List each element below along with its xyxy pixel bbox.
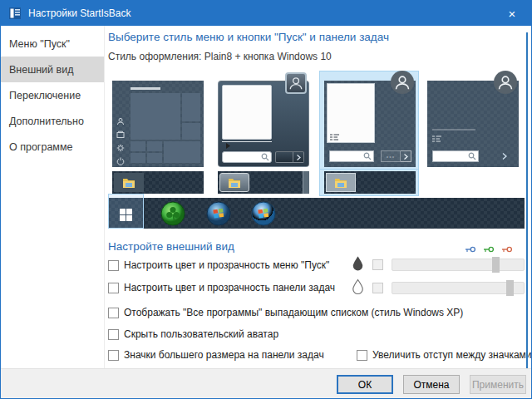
sidebar-item-about[interactable]: О программе xyxy=(1,134,104,160)
user-icon xyxy=(116,117,125,126)
sidebar-item-label: Дополнительно xyxy=(9,116,84,127)
main-panel: Выберите стиль меню и кнопки "Пуск" и па… xyxy=(106,26,530,368)
checkbox-label[interactable]: Увеличить отступ между значками xyxy=(372,349,532,361)
key-blue-icon[interactable] xyxy=(466,245,475,254)
footer-bar: ОК Отмена Применить xyxy=(1,368,531,398)
taskbar-color-checkbox[interactable] xyxy=(108,283,119,293)
documents-icon xyxy=(116,131,125,139)
hide-avatar-checkbox[interactable] xyxy=(108,329,119,340)
droplet-filled-icon xyxy=(351,255,365,272)
checkbox-row-menu-color: Настроить цвет и прозрачность меню "Пуск… xyxy=(108,259,329,271)
ok-button[interactable]: ОК xyxy=(337,375,393,394)
icon-spacing-checkbox[interactable] xyxy=(357,350,367,361)
chevron-right-icon xyxy=(502,153,507,160)
sidebar-item-switching[interactable]: Переключение xyxy=(1,82,104,108)
search-icon xyxy=(363,152,372,160)
apply-button[interactable]: Применить xyxy=(470,375,526,394)
menu-color-checkbox[interactable] xyxy=(108,260,119,271)
power-icon xyxy=(116,157,125,165)
user-avatar-icon xyxy=(494,71,517,94)
start-button-windows10[interactable] xyxy=(108,194,144,229)
start-button-clover[interactable] xyxy=(160,200,186,227)
sidebar-item-advanced[interactable]: Дополнительно xyxy=(1,108,104,134)
close-icon: × xyxy=(509,7,516,21)
cancel-button-label: Отмена xyxy=(413,379,449,391)
sidebar-item-label: О программе xyxy=(9,141,72,153)
checkbox-label[interactable]: Настроить цвет и прозрачность меню "Пуск… xyxy=(124,259,329,271)
taskbar-transparency-slider[interactable] xyxy=(392,282,525,294)
ok-button-label: ОК xyxy=(358,379,372,391)
all-programs-icon xyxy=(330,134,339,141)
show-desktop-preview xyxy=(303,171,309,194)
search-field-preview xyxy=(329,150,374,162)
start-button-classic-orb[interactable] xyxy=(250,200,277,227)
scrollbar[interactable] xyxy=(526,32,528,368)
taskbar-preview-aero xyxy=(218,171,309,194)
taskbar-preview-win10 xyxy=(112,171,204,194)
checkbox-label[interactable]: Скрыть пользовательский аватар xyxy=(124,328,278,340)
checkbox-label[interactable]: Настроить цвет и прозрачность панели зад… xyxy=(124,282,335,293)
checkbox-label[interactable]: Значки большего размера на панели задач xyxy=(124,349,324,361)
sidebar-item-label: Внешний вид xyxy=(9,64,73,76)
classic-orb-icon xyxy=(251,201,276,226)
gear-icon xyxy=(116,144,125,152)
style-preview-windows10[interactable] xyxy=(111,72,204,197)
start-button-win7-orb[interactable] xyxy=(205,200,232,227)
style-preview-aero[interactable] xyxy=(217,72,310,197)
shutdown-button-preview xyxy=(275,151,304,163)
folder-icon xyxy=(334,177,347,188)
folder-icon xyxy=(228,177,241,188)
search-icon xyxy=(261,153,269,161)
style-scheme-value: Plain8 + кнопка Windows 10 xyxy=(204,51,332,62)
droplet-outline-icon xyxy=(351,278,365,295)
sidebar-item-label: Переключение xyxy=(9,90,81,101)
all-programs-icon xyxy=(432,135,441,143)
chevron-right-icon xyxy=(297,155,301,160)
user-avatar-icon xyxy=(391,71,414,94)
style-scheme-line: Стиль оформления: Plain8 + кнопка Window… xyxy=(108,51,332,62)
checkbox-row-all-programs: Отображать "Все программы" выпадающим сп… xyxy=(108,307,463,318)
checkbox-row-large-icons: Значки большего размера на панели задач xyxy=(108,349,324,361)
window-title: Настройки StartIsBack xyxy=(28,7,131,19)
checkbox-row-taskbar-color: Настроить цвет и прозрачность панели зад… xyxy=(108,282,335,293)
clover-orb-icon xyxy=(160,201,185,226)
chevron-right-icon xyxy=(404,154,408,160)
search-field-preview xyxy=(222,151,272,163)
startisback-settings-window: Настройки StartIsBack × Меню "Пуск" Внеш… xyxy=(0,0,532,399)
sidebar-item-start-menu[interactable]: Меню "Пуск" xyxy=(1,31,104,57)
style-preview-plain-selected[interactable]: ••• xyxy=(323,72,416,197)
checkbox-row-icon-spacing: Увеличить отступ между значками xyxy=(357,349,532,361)
menu-color-swatch[interactable] xyxy=(372,259,383,270)
key-green-icon[interactable] xyxy=(484,245,494,254)
shutdown-button-preview: ••• xyxy=(381,150,411,162)
style-scheme-label: Стиль оформления: xyxy=(108,51,201,62)
style-preview-plain8[interactable] xyxy=(426,72,520,197)
folder-icon xyxy=(122,177,135,188)
menu-transparency-slider[interactable] xyxy=(392,259,525,271)
sidebar: Меню "Пуск" Внешний вид Переключение Доп… xyxy=(1,26,105,368)
slider-thumb[interactable] xyxy=(506,280,514,296)
all-programs-checkbox[interactable] xyxy=(108,308,119,318)
start-button-row xyxy=(108,198,525,229)
sidebar-item-label: Меню "Пуск" xyxy=(9,38,70,50)
taskbar-preview-plain xyxy=(324,171,416,194)
search-icon xyxy=(468,152,476,160)
menu-preview-win10 xyxy=(112,81,204,167)
close-button[interactable]: × xyxy=(493,1,531,26)
key-orange-icon[interactable] xyxy=(502,245,512,254)
sidebar-item-appearance[interactable]: Внешний вид xyxy=(1,57,104,82)
all-programs-arrow-icon xyxy=(225,143,230,149)
page-title: Выберите стиль меню и кнопки "Пуск" и па… xyxy=(108,31,389,43)
app-icon xyxy=(8,7,22,20)
slider-thumb[interactable] xyxy=(492,257,500,273)
checkbox-label[interactable]: Отображать "Все программы" выпадающим сп… xyxy=(124,307,463,318)
taskbar-color-swatch[interactable] xyxy=(372,283,383,293)
user-avatar-icon xyxy=(285,72,307,94)
win10-flag-icon xyxy=(120,209,132,221)
apply-button-label: Применить xyxy=(472,379,524,391)
search-field-preview xyxy=(432,150,479,162)
win7-orb-icon xyxy=(206,201,231,226)
large-icons-checkbox[interactable] xyxy=(108,350,119,361)
checkbox-row-hide-avatar: Скрыть пользовательский аватар xyxy=(108,328,278,340)
cancel-button[interactable]: Отмена xyxy=(403,375,460,394)
